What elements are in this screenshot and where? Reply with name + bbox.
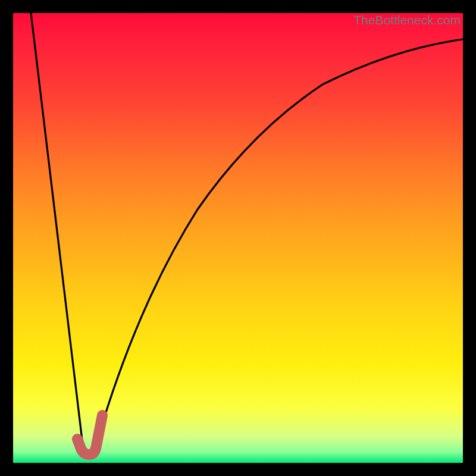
bottleneck-curve	[31, 13, 463, 453]
watermark-text: TheBottleneck.com	[353, 13, 461, 27]
curve-layer	[13, 13, 463, 463]
plot-area: TheBottleneck.com	[13, 13, 463, 463]
chart-frame: TheBottleneck.com	[0, 0, 476, 476]
